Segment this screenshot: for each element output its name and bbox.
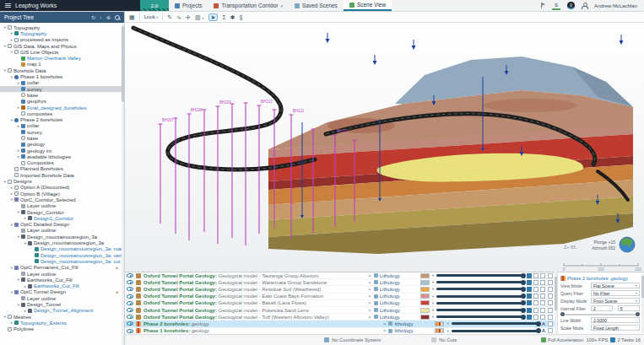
visibility-eye-icon[interactable]	[127, 315, 133, 319]
opacity-slider[interactable]	[452, 322, 539, 325]
smooth-shading-icon[interactable]	[533, 294, 538, 299]
shape-row[interactable]: Phase 2 boreholes: geology×lithology▾A	[125, 321, 555, 327]
colour-swatch[interactable]	[420, 287, 430, 292]
swatch-dropdown-icon[interactable]: ▾	[432, 280, 434, 284]
swatch-dropdown-icon[interactable]: ▾	[432, 294, 434, 299]
labels-toggle-icon[interactable]: A	[542, 328, 545, 333]
smooth-shading-icon[interactable]	[533, 280, 538, 285]
tree-item-collar[interactable]: ▸collar	[0, 80, 122, 86]
remove-shape-icon[interactable]: ×	[368, 294, 371, 299]
flag-icon[interactable]	[541, 3, 545, 8]
tree-item-design-mountainousregion-3a[interactable]: ▾Design_mountainousregion_3a	[0, 240, 122, 245]
interval-tool-icon[interactable]: ▥ ▾	[195, 14, 204, 20]
property-range[interactable]: 2↕	[591, 305, 613, 311]
remove-shape-icon[interactable]: ×	[383, 328, 387, 333]
shape-row[interactable]: Oxford Tunnel Portal Geology: Geological…	[125, 272, 555, 279]
tree-item-survey[interactable]: survey	[0, 129, 122, 135]
comment-icon[interactable]: ●	[116, 289, 118, 294]
presence-button[interactable]: S	[552, 2, 560, 10]
chevron-down-icon[interactable]: ▾	[636, 299, 637, 303]
remove-shape-icon[interactable]: ×	[368, 280, 371, 285]
remove-shape-icon[interactable]: ×	[383, 321, 387, 326]
tree-item-optc-permanent-cut-fill[interactable]: ▾OptC Permanent_Cut_Fill●	[0, 265, 122, 271]
tree-item-base[interactable]: base	[0, 92, 122, 98]
show-edges-icon[interactable]	[540, 287, 545, 292]
opacity-slider[interactable]	[436, 281, 524, 283]
tree-item-topography-extents[interactable]: ▸Topography_Extents	[0, 320, 122, 326]
opacity-slider[interactable]	[436, 315, 524, 318]
property-spinner[interactable]: Fixed Length↕	[591, 325, 640, 331]
flat-shading-icon[interactable]	[527, 315, 532, 320]
tree-item-available-lithologies[interactable]: ▸available lithologies	[0, 154, 122, 159]
tree-item-design-mountainousregion-3a-cut-intersections[interactable]: Design_mountainousregion_3a: cut interse…	[0, 258, 122, 264]
tree-item-earthworks-cut-fill[interactable]: ▸Earthworks_Cut_Fill	[0, 283, 122, 288]
swatch-dropdown-icon[interactable]: ▾	[446, 321, 448, 326]
tab-saved-scenes[interactable]: Saved Scenes	[289, 0, 344, 11]
tree-item-design-mountainousregion-3a-road-surface[interactable]: Design_mountainousregion_3a: road surfac…	[0, 246, 122, 252]
colour-swatch[interactable]	[420, 308, 430, 313]
swatch-dropdown-icon[interactable]: ▾	[432, 308, 434, 312]
show-edges-icon[interactable]	[540, 315, 545, 320]
labels-toggle-icon[interactable]: A	[542, 321, 545, 326]
notifications-button[interactable]: 0	[567, 2, 575, 9]
colour-by-dropdown[interactable]: Lithology	[374, 308, 418, 313]
coordinate-system-status[interactable]: No Coordinate System	[332, 337, 381, 342]
tree-item-borehole-data[interactable]: ▾Borehole Data	[0, 67, 122, 73]
draw-curve-icon[interactable]: ∿	[176, 14, 181, 20]
smooth-shading-icon[interactable]	[533, 287, 538, 292]
tree-item-base[interactable]: base	[0, 135, 122, 141]
spinner-icon[interactable]: ↕	[636, 318, 637, 322]
tree-item-polylines[interactable]: Polylines	[0, 326, 122, 332]
colour-swatch[interactable]	[420, 315, 430, 320]
colour-by-dropdown[interactable]: Lithology	[374, 315, 418, 320]
remove-shape-icon[interactable]: ×	[368, 287, 371, 292]
tree-item-marton-overbank-valley[interactable]: Marton Overbank Valley	[0, 55, 122, 61]
tree-item-planned-boreholes[interactable]: Planned Boreholes	[0, 166, 122, 172]
tree-item-design-mountainousregion-3a-vertical-sides[interactable]: Design_mountainousregion_3a: vertical si…	[0, 252, 122, 258]
tree-item-design-mountainousregion-3a[interactable]: ▾Design_mountainousregion_3a	[0, 234, 122, 240]
tree-item-geology[interactable]: geology	[0, 142, 122, 148]
colour-swatch[interactable]	[420, 294, 430, 299]
shape-properties-icon[interactable]	[548, 287, 553, 292]
user-name[interactable]: Andrew McLachlan	[594, 3, 637, 8]
visibility-eye-icon[interactable]	[127, 273, 133, 278]
colour-swatch[interactable]	[435, 321, 444, 326]
tree-item-layer-outline[interactable]: Layer outline	[0, 295, 122, 301]
tree-item-final-designed-boreholes[interactable]: ▸Final_designed_boreholes	[0, 105, 122, 111]
shape-row[interactable]: Oxford Tunnel Portal Geology: Geological…	[125, 307, 555, 314]
tasks-status[interactable]: 2 Tasks 16	[617, 337, 641, 342]
shape-properties-icon[interactable]	[548, 328, 553, 333]
search-icon[interactable]	[115, 15, 120, 20]
opacity-slider[interactable]	[436, 295, 524, 298]
sidebar-scrollbar[interactable]	[122, 23, 124, 345]
measure-tool-icon[interactable]: Σ	[222, 14, 225, 20]
show-edges-icon[interactable]	[540, 300, 545, 305]
property-spinner[interactable]: 2.0000↕	[591, 317, 640, 323]
shape-properties-icon[interactable]	[548, 308, 553, 313]
shape-row[interactable]: Oxford Tunnel Portal Geology: Geological…	[125, 314, 555, 321]
property-select[interactable]: Flat Scene▾	[591, 283, 640, 288]
remove-shape-icon[interactable]: ×	[368, 273, 371, 278]
smooth-shading-icon[interactable]	[533, 300, 538, 305]
property-range-max[interactable]: 5	[618, 305, 640, 311]
show-edges-icon[interactable]	[540, 294, 545, 299]
comment-icon[interactable]: ●	[116, 265, 118, 270]
tree-item-optc-tunnel-design[interactable]: ▾OptC Tunnel Design●	[0, 289, 122, 295]
tree-item-map-1[interactable]: map 1	[0, 62, 122, 67]
remove-shape-icon[interactable]: ×	[368, 315, 371, 320]
select-tool-icon[interactable]: ➤	[208, 13, 219, 21]
draw-slicer-icon[interactable]: ✎	[167, 14, 172, 20]
spinner-icon[interactable]: ↕	[609, 306, 610, 310]
smooth-shading-icon[interactable]	[533, 308, 538, 313]
show-edges-icon[interactable]	[540, 273, 545, 278]
scene-viewport[interactable]: BH207BH208BH209BH210BH211BH212 Z+ 85 Plu…	[125, 23, 644, 272]
tree-item-design-tunnel[interactable]: ▾Design_Tunnel	[0, 301, 122, 307]
tree-item-phase-2-boreholes[interactable]: ▾Phase 2 boreholes	[0, 116, 122, 122]
swatch-dropdown-icon[interactable]: ▾	[432, 301, 434, 305]
swatch-dropdown-icon[interactable]: ▾	[432, 287, 434, 291]
show-edges-icon[interactable]	[540, 280, 545, 285]
colour-by-dropdown[interactable]: Lithology	[374, 294, 418, 299]
colour-by-dropdown[interactable]: Lithology	[374, 287, 418, 292]
tree-item-geology-int[interactable]: ▸geology int	[0, 148, 122, 154]
smooth-shading-icon[interactable]	[533, 315, 538, 320]
